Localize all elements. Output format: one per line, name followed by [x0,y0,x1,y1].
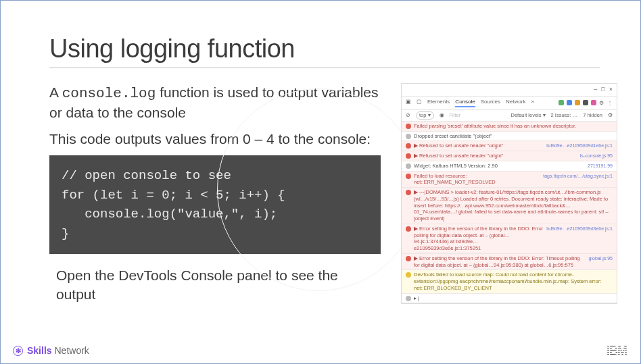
message-text: ▶ ---|DOMAINS > loader-v2: feature-01/ht… [414,189,613,222]
message-source-link: ls-console.js:95 [580,153,613,159]
console-message: ▶ ---|DOMAINS > loader-v2: feature-01/ht… [402,188,617,224]
tab-sources: Sources [481,99,500,107]
left-column: A console.log function is used to output… [49,83,381,364]
window-close-icon: × [609,86,613,94]
device-icon: ▢ [417,99,422,107]
kebab-icon: ⋮ [607,100,613,105]
window-minimize-icon: – [594,86,597,94]
ext-icon [567,100,572,105]
console-message: ▸ | [402,294,617,304]
inspect-icon: ▣ [406,99,411,107]
tab-console: Console [455,99,475,107]
message-source-link: bd9d9e…e21095839d3e6e.js:1 [546,226,613,232]
info-icon [406,163,411,169]
slide-title: Using logging function [49,34,600,68]
warning-icon [406,272,411,278]
tab-network: Network [506,99,525,107]
error-icon [406,124,411,129]
code-block: // open console to see for (let i = 0; i… [49,155,381,254]
skills-network-icon: ✻ [13,346,23,356]
ibm-logo: IBM [607,344,627,358]
skills-rest: Network [54,345,89,356]
console-message: Failed to load resource: net::ERR_NAME_N… [402,172,617,188]
paragraph-3: Open the DevTools Console panel to see t… [56,266,381,305]
skills-network-logo: ✻ Skills Network [13,345,89,356]
console-message: ▶ Refused to set unsafe header "origin"b… [402,141,617,151]
console-message: Dropped srcset candidate "(object" [402,132,617,142]
message-source-link: 2719191.99 [588,163,613,169]
message-source-link: global.js:95 [589,255,613,261]
tabs-more-icon: » [531,99,533,107]
message-text: Dropped srcset candidate "(object" [414,133,613,140]
console-subtoolbar: ⊘ top ▾ ◉ Filter Default levels ▾ 2 Issu… [402,110,617,122]
tab-elements: Elements [427,99,450,107]
gear-icon: ⚙ [599,100,604,105]
error-icon [406,143,411,149]
message-text: ▶ Error setting the version of the libra… [414,226,544,252]
message-text: Failed to load resource: net::ERR_NAME_N… [414,173,540,186]
console-message: Widget: Kaltura HTML5 Version: 2.9027191… [402,161,617,172]
message-text: Failed parsing 'srcset' attribute value … [414,123,613,130]
ext-icon [575,100,580,105]
message-text: ▶ Refused to set unsafe header "origin" [414,142,544,149]
slide-footer: ✻ Skills Network IBM [1,342,640,363]
clear-icon: ⊘ [406,112,410,119]
console-messages: Failed parsing 'srcset' attribute value … [402,122,617,304]
info-icon [406,296,411,301]
ext-icon [583,100,588,105]
console-message: ▶ Error setting the version of the libra… [402,224,617,254]
para1-pre: A [49,84,62,100]
window-titlebar: – □ × [402,84,617,97]
para1-code: console.log [62,86,156,101]
devtools-tabs: ▣ ▢ Elements Console Sources Network » [406,99,534,107]
message-text: ▸ | [414,295,613,302]
console-message: DevTools failed to load source map: Coul… [402,270,617,293]
settings-gear-icon: ⚙ [608,112,613,119]
message-text: Widget: Kaltura HTML5 Version: 2.90 [414,163,585,170]
message-text: ▶ Error setting the version of the libra… [414,255,586,269]
message-text: DevTools failed to load source map: Coul… [414,271,613,291]
devtools-screenshot: – □ × ▣ ▢ Elements Console Sources Netwo… [401,83,617,304]
skills-bold: Skills [27,345,52,356]
extension-icons: ⚙ ⋮ [559,100,613,105]
message-source-link: bd9d9e…e21095839d1e6e.js:1 [546,142,613,149]
paragraph-2: This code outputs values from 0 – 4 to t… [49,130,381,149]
error-icon [406,153,411,159]
error-icon [406,256,411,261]
console-message: ▶ Refused to set unsafe header "origin"l… [402,151,617,161]
hidden-count: 7 hidden [583,112,602,119]
right-column: – □ × ▣ ▢ Elements Console Sources Netwo… [401,83,617,364]
ext-icon [559,100,564,105]
issues-badge: 2 Issues: … [551,112,578,119]
console-message: ▶ Error setting the version of the libra… [402,254,617,271]
levels-selector: Default levels ▾ [511,112,546,119]
error-icon [406,190,411,195]
error-icon [406,226,411,232]
message-source-link: tags.tiqcdn.com/…/utag.sync.js:1 [543,173,613,179]
filter-input: Filter [450,112,461,119]
info-icon [406,134,411,139]
devtools-toolbar: ▣ ▢ Elements Console Sources Network » [402,97,617,110]
eye-icon: ◉ [440,112,444,119]
ext-icon [591,100,596,105]
context-selector: top ▾ [416,111,434,120]
message-text: ▶ Refused to set unsafe header "origin" [414,153,577,159]
console-message: Failed parsing 'srcset' attribute value … [402,122,617,132]
error-icon [406,174,411,179]
window-maximize-icon: □ [601,86,604,94]
paragraph-1: A console.log function is used to output… [49,83,381,123]
